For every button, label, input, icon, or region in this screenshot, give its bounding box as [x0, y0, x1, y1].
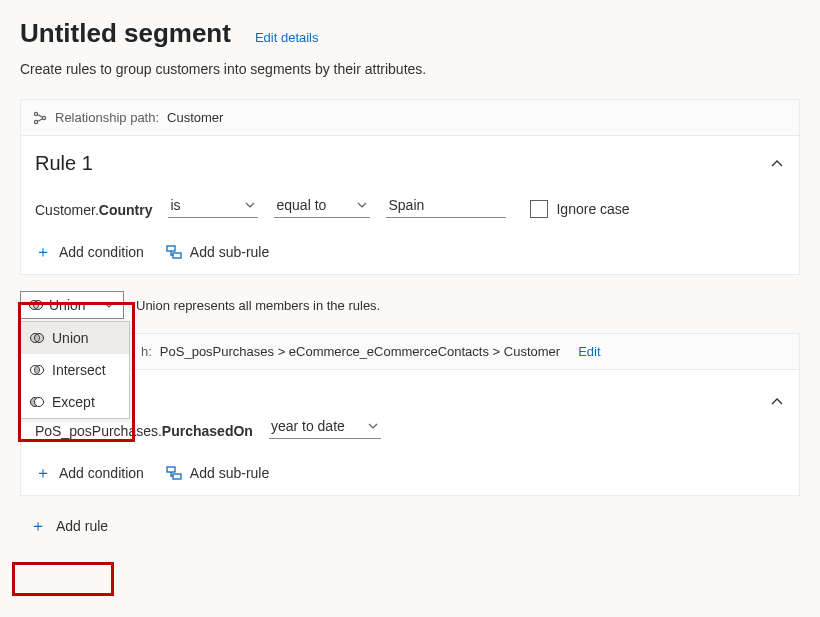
entity-name: Customer [35, 202, 95, 218]
value-input[interactable]: Spain [386, 193, 506, 218]
svg-point-8 [35, 334, 44, 343]
ignore-case-label: Ignore case [556, 201, 629, 217]
option-label: Except [52, 394, 95, 410]
option-label: Intersect [52, 362, 106, 378]
condition-entity-attr: PoS_posPurchases.PurchasedOn [35, 423, 253, 439]
add-condition-label: Add condition [59, 244, 144, 260]
add-rule-button[interactable]: ＋ Add rule [20, 512, 118, 540]
rule-card-1: Relationship path: Customer Rule 1 Custo… [20, 99, 800, 275]
relationship-path-row: Relationship path: Customer [21, 100, 799, 136]
edit-relationship-link[interactable]: Edit [578, 344, 600, 359]
operator-1-select[interactable]: year to date [269, 414, 381, 439]
relationship-path-value: Customer [167, 110, 223, 125]
svg-rect-17 [167, 467, 175, 472]
chevron-down-icon [367, 420, 379, 432]
svg-rect-3 [167, 246, 175, 251]
operator-2-select[interactable]: equal to [274, 193, 370, 218]
attr-name: Country [99, 202, 153, 218]
chevron-down-icon [356, 199, 368, 211]
except-icon [30, 395, 44, 409]
plus-icon: ＋ [35, 465, 51, 481]
ignore-case-checkbox[interactable] [530, 200, 548, 218]
add-subrule-label: Add sub-rule [190, 465, 269, 481]
attr-name: PurchasedOn [162, 423, 253, 439]
combine-selected-label: Union [49, 297, 86, 313]
subrule-icon [166, 245, 182, 259]
relationship-path-label: Relationship path: [55, 110, 159, 125]
svg-rect-18 [173, 474, 181, 479]
condition-entity-attr: Customer.Country [35, 202, 152, 218]
option-label: Union [52, 330, 89, 346]
union-icon [29, 298, 43, 312]
add-condition-label: Add condition [59, 465, 144, 481]
svg-point-1 [34, 120, 37, 123]
operator-1-value: is [170, 197, 180, 213]
add-subrule-button[interactable]: Add sub-rule [166, 244, 269, 260]
relationship-path-value: PoS_posPurchases > eCommerce_eCommerceCo… [160, 344, 560, 359]
svg-point-2 [42, 116, 45, 119]
value-text: Spain [388, 197, 424, 213]
entity-name: PoS_posPurchases [35, 423, 158, 439]
subrule-icon [166, 466, 182, 480]
annotation-highlight-add-rule [12, 562, 114, 596]
combine-option-except[interactable]: Except [21, 386, 129, 418]
plus-icon: ＋ [35, 244, 51, 260]
union-icon [30, 331, 44, 345]
page-title: Untitled segment [20, 18, 231, 49]
subtitle-text: Create rules to group customers into seg… [20, 61, 800, 77]
combine-operator-select[interactable]: Union [20, 291, 124, 319]
chevron-up-icon[interactable] [769, 394, 785, 410]
operator-1-value: year to date [271, 418, 345, 434]
svg-point-6 [34, 301, 43, 310]
add-condition-button[interactable]: ＋ Add condition [35, 465, 144, 481]
combine-description: Union represents all members in the rule… [136, 298, 380, 313]
combine-option-union[interactable]: Union [21, 322, 129, 354]
relationship-path-row: h: PoS_posPurchases > eCommerce_eCommerc… [21, 334, 799, 370]
rule-title: Rule 1 [35, 152, 93, 175]
relationship-path-prefix: h: [141, 344, 152, 359]
add-subrule-button[interactable]: Add sub-rule [166, 465, 269, 481]
add-condition-button[interactable]: ＋ Add condition [35, 244, 144, 260]
combine-option-intersect[interactable]: Intersect [21, 354, 129, 386]
chevron-down-icon [103, 299, 115, 311]
path-icon [33, 111, 47, 125]
operator-1-select[interactable]: is [168, 193, 258, 218]
add-rule-label: Add rule [56, 518, 108, 534]
add-subrule-label: Add sub-rule [190, 244, 269, 260]
operator-2-value: equal to [276, 197, 326, 213]
combine-dropdown: Union Intersect Except [20, 321, 130, 419]
edit-details-link[interactable]: Edit details [255, 30, 319, 45]
rule-card-2: h: PoS_posPurchases > eCommerce_eCommerc… [20, 333, 800, 496]
intersect-icon [30, 363, 44, 377]
svg-point-0 [34, 112, 37, 115]
plus-icon: ＋ [30, 518, 46, 534]
chevron-down-icon [244, 199, 256, 211]
chevron-up-icon[interactable] [769, 156, 785, 172]
svg-rect-4 [173, 253, 181, 258]
